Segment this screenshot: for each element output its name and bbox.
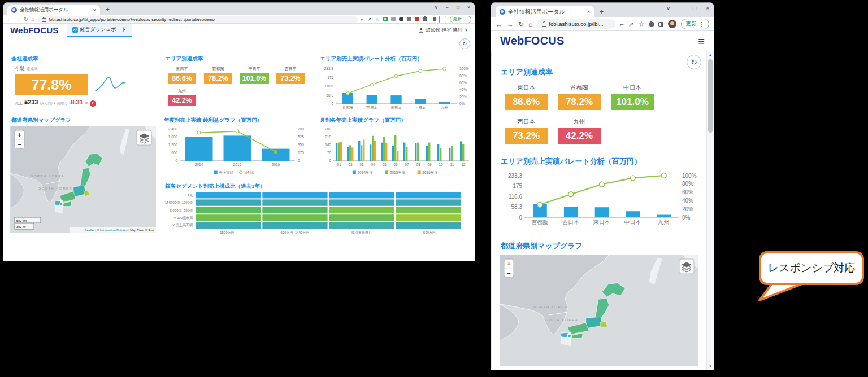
side-panel-icon[interactable] (431, 17, 436, 21)
browser-tab-strip: 全社情報活用ポータル × + ∨ − □ × (491, 3, 714, 17)
map-zoom-control[interactable]: +− (15, 130, 24, 148)
area-kpi-item: 西日本73.2% (500, 118, 553, 144)
minimize-button[interactable]: − (446, 5, 449, 10)
browser-tab-strip: 全社情報活用ポータル × + ∨ − □ × (3, 3, 475, 15)
maximize-button[interactable]: □ (693, 5, 696, 11)
share-icon[interactable]: ↗ (367, 17, 372, 22)
extension-icon-dark[interactable] (399, 17, 403, 21)
forward-icon[interactable]: → (507, 21, 514, 28)
svg-text:140: 140 (325, 143, 331, 147)
dashboard-refresh-button[interactable]: ↻ (459, 38, 470, 49)
panel-title: エリア別売上実績パレート分析（百万円） (501, 156, 705, 166)
update-chrome-button[interactable]: 更新 ⋮ (450, 16, 472, 23)
area-kpi-item: 東日本86.6% (500, 84, 553, 110)
tab-close-icon[interactable]: × (93, 7, 96, 13)
extension-icon-green[interactable]: B (383, 17, 388, 21)
new-tab-button[interactable]: + (600, 8, 604, 15)
information-builders-link[interactable]: Information Builders (100, 229, 128, 232)
svg-text:58.3: 58.3 (326, 93, 333, 97)
map-zoom-in-button[interactable]: + (507, 260, 510, 267)
key-icon[interactable]: ⌐ (361, 17, 364, 22)
map-layers-control[interactable] (137, 130, 151, 145)
svg-text:40%: 40% (682, 198, 693, 204)
kebab-menu-icon[interactable]: ⋮ (699, 21, 705, 27)
pareto-panel: エリア別売上実績パレート分析（百万円） 233.3175116.658.3010… (319, 55, 474, 112)
hamburger-menu-icon[interactable]: ≡ (698, 36, 705, 47)
back-icon[interactable]: ← (496, 21, 502, 28)
area-kpi-value: 73.2% (505, 128, 548, 144)
prev-label: 前期比 (57, 101, 67, 106)
area-kpi-label: 首都圏 (553, 84, 606, 92)
svg-text:九州: 九州 (441, 106, 448, 109)
extensions-puzzle-icon[interactable] (423, 17, 427, 21)
japan-choropleth-map[interactable]: NORTH KOREASOUTH KOREA+−500 km300 miLeaf… (10, 126, 156, 233)
scrollbar-thumb[interactable] (708, 59, 713, 133)
scroll-down-icon[interactable]: ▼ (707, 365, 714, 368)
user-menu[interactable]: 取締役 神谷 勝利 ▼ (419, 27, 468, 34)
update-label: 更新 (453, 16, 462, 22)
tab-search-icon[interactable]: ∨ (435, 5, 438, 10)
map-zoom-in-button[interactable]: + (18, 131, 21, 138)
scroll-up-icon[interactable]: ▲ (707, 53, 714, 56)
panel-title: 年度別売上実績 純利益グラフ（百万円） (164, 117, 312, 124)
extensions-puzzle-icon[interactable] (649, 22, 654, 27)
svg-text:05: 05 (382, 163, 387, 166)
svg-text:L 1兆: L 1兆 (185, 194, 193, 198)
svg-text:60%: 60% (682, 189, 693, 195)
app-header: WebFOCUS 経営ダッシュボード 取締役 神谷 勝利 ▼ (3, 24, 475, 37)
sales-label: 売上 (15, 101, 23, 106)
user-icon (419, 28, 424, 33)
leaflet-link[interactable]: Leaflet (85, 229, 94, 232)
bookmark-star-icon[interactable]: ☆ (639, 21, 645, 28)
tab-search-icon[interactable]: ∨ (666, 5, 670, 11)
reload-icon[interactable]: ↻ (24, 17, 28, 22)
svg-text:首都圏: 首都圏 (342, 106, 354, 110)
profile-avatar[interactable] (668, 20, 676, 28)
browser-tab[interactable]: 全社情報活用ポータル × (496, 6, 594, 17)
extension-icon-brown[interactable] (407, 17, 411, 21)
dashboard-refresh-button[interactable]: ↻ (687, 55, 701, 69)
svg-text:中日本: 中日本 (415, 106, 426, 109)
url-text: fobi.ashisuto.co.jp/ibi_apps/portal/evod… (49, 17, 215, 22)
browser-tab[interactable]: 全社情報活用ポータル × (7, 5, 100, 15)
svg-text:2014: 2014 (195, 163, 203, 166)
scrollbar[interactable]: ▲ ▼ (706, 51, 714, 370)
address-bar[interactable]: fobi.ashisuto.co.jp/ibi... (537, 19, 615, 29)
minimize-button[interactable]: − (680, 5, 683, 11)
japan-choropleth-map[interactable]: NORTH KOREASOUTH KOREA+− (500, 255, 698, 366)
svg-text:中日本: 中日本 (624, 219, 641, 225)
reload-icon[interactable]: ↻ (518, 21, 524, 28)
side-panel-icon[interactable] (658, 22, 663, 27)
update-chrome-button[interactable]: 更新 ⋮ (681, 19, 710, 29)
extension-icon-gray[interactable] (391, 17, 396, 21)
address-bar[interactable]: fobi.ashisuto.co.jp/ibi_apps/portal/evod… (38, 16, 358, 23)
share-icon[interactable]: ↗ (628, 21, 634, 28)
home-icon[interactable]: ⌂ (528, 21, 532, 28)
map-attribution: Leaflet | © Information Builders | Map T… (85, 229, 154, 232)
home-icon[interactable]: ⌂ (32, 17, 34, 22)
new-tab-button[interactable]: + (106, 6, 110, 13)
map-zoom-control[interactable]: +− (504, 259, 514, 277)
map-layers-control[interactable] (679, 259, 694, 274)
svg-text:首都圏: 首都圏 (531, 219, 548, 225)
map-zoom-out-button[interactable]: − (18, 141, 21, 148)
webfocus-logo: WebFOCUS (500, 34, 564, 47)
extension-icon-red[interactable] (415, 17, 419, 21)
svg-text:700: 700 (298, 127, 304, 131)
back-icon[interactable]: ← (7, 17, 12, 22)
pareto-chart: 233.3175116.658.30100%80%60%40%20%0%首都圏西… (319, 64, 474, 112)
maximize-button[interactable]: □ (457, 5, 459, 10)
bookmark-star-icon[interactable]: ☆ (375, 17, 379, 22)
kebab-menu-icon[interactable]: ⋮ (464, 17, 468, 22)
profile-icon[interactable] (439, 16, 446, 23)
close-button[interactable]: × (706, 5, 709, 11)
close-button[interactable]: × (467, 5, 470, 10)
svg-text:300 mi: 300 mi (16, 225, 26, 229)
svg-text:0%: 0% (459, 102, 465, 106)
panel-title: 月別各年売上実績グラフ（百万円） (320, 117, 474, 124)
dashboard-nav-tab[interactable]: 経営ダッシュボード (67, 24, 132, 37)
tab-close-icon[interactable]: × (587, 9, 590, 15)
forward-icon[interactable]: → (15, 17, 20, 22)
map-zoom-out-button[interactable]: − (507, 270, 510, 277)
key-icon[interactable]: ⌐ (620, 21, 624, 28)
